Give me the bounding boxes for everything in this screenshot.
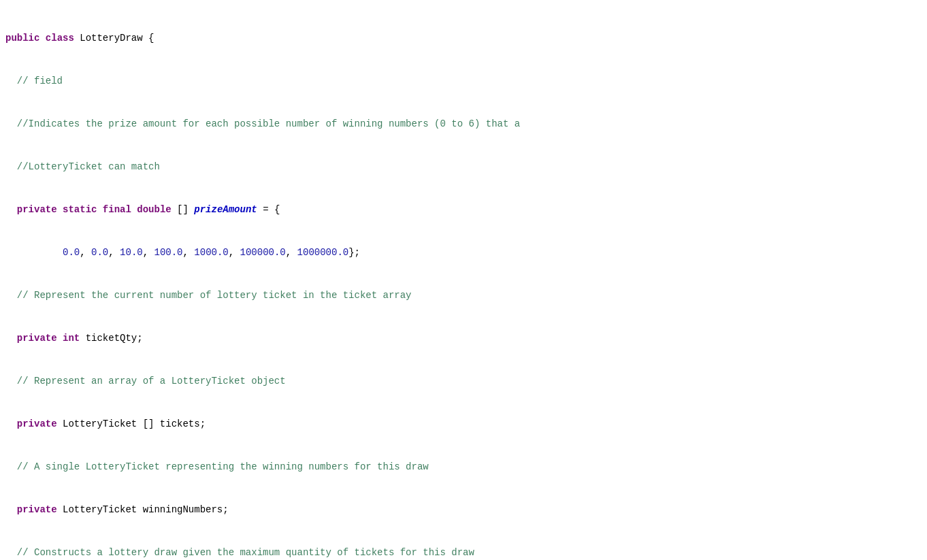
line-8: private int ticketQty; xyxy=(0,331,927,346)
line-5: private static final double [] prizeAmou… xyxy=(0,203,927,217)
line-12: private LotteryTicket winningNumbers; xyxy=(0,503,927,517)
line-2: // field xyxy=(0,74,927,88)
line-10: private LotteryTicket [] tickets; xyxy=(0,417,927,431)
line-3: //Indicates the prize amount for each po… xyxy=(0,117,927,131)
line-13: // Constructs a lottery draw given the m… xyxy=(0,546,927,560)
line-11: // A single LotteryTicket representing t… xyxy=(0,460,927,474)
line-6: 0.0, 0.0, 10.0, 100.0, 1000.0, 100000.0,… xyxy=(0,246,927,260)
line-1: public class LotteryDraw { xyxy=(0,31,927,46)
line-4: //LotteryTicket can match xyxy=(0,160,927,174)
line-9: // Represent an array of a LotteryTicket… xyxy=(0,374,927,389)
code-editor: public class LotteryDraw { // field //In… xyxy=(0,0,927,560)
line-7: // Represent the current number of lotte… xyxy=(0,289,927,303)
